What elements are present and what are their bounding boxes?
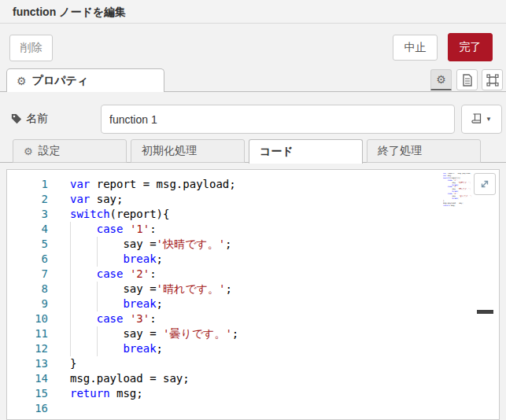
editor-tab-label: 初期化処理 — [142, 144, 197, 158]
code-line[interactable]: 11 say = '曇りです。'; — [7, 326, 499, 341]
name-input[interactable] — [101, 105, 455, 134]
code-line[interactable]: 6 break; — [7, 252, 499, 267]
code-line[interactable]: 15return msg; — [7, 386, 499, 401]
line-number: 6 — [7, 252, 48, 267]
line-number: 13 — [7, 356, 48, 371]
code-line[interactable]: 14msg.payload = say; — [7, 371, 499, 386]
document-icon — [462, 74, 473, 87]
code-text: break; — [70, 297, 163, 311]
code-text: say = '曇りです。'; — [70, 326, 238, 341]
code-line[interactable]: 4 case '1': — [7, 222, 499, 237]
code-line[interactable]: 3switch(report){ — [7, 207, 499, 222]
delete-button[interactable]: 削除 — [9, 35, 53, 61]
code-line[interactable]: 1var report = msg.payload; — [7, 177, 499, 192]
gear-icon: ⚙ — [17, 76, 27, 87]
tag-icon — [11, 113, 22, 124]
done-button[interactable]: 完了 — [448, 33, 493, 61]
line-number: 7 — [7, 267, 48, 282]
code-text: msg.payload = say; — [70, 371, 190, 386]
properties-tab-label: プロパティ — [32, 74, 89, 88]
code-line[interactable]: 13} — [7, 356, 499, 371]
code-text: var say; — [70, 192, 123, 207]
editor-tab-2[interactable]: 初期化処理 — [131, 139, 245, 163]
properties-edit-button[interactable]: ⚙ — [430, 69, 452, 90]
editor-tab-1[interactable]: ⚙設定 — [13, 139, 127, 163]
scrollbar-cursor-marker[interactable] — [477, 310, 493, 314]
code-line[interactable]: 10 case '3': — [7, 311, 499, 326]
code-line[interactable]: 5 say ='快晴です。'; — [7, 237, 499, 252]
editor-tab-4[interactable]: 終了処理 — [367, 139, 481, 163]
code-line[interactable]: 7 case '2': — [7, 267, 499, 282]
code-line[interactable]: 16 — [7, 401, 499, 416]
editor-minimap[interactable]: var report = msg.payload;var say;switch(… — [443, 173, 473, 212]
name-label-text: 名前 — [26, 112, 48, 126]
code-line[interactable]: 8 say ='晴れです。'; — [7, 282, 499, 297]
code-text: return msg; — [70, 386, 143, 401]
editor-tab-label: 設定 — [39, 144, 61, 158]
cancel-button[interactable]: 中止 — [393, 35, 438, 61]
code-line[interactable]: 17 — [7, 416, 499, 420]
line-number: 12 — [7, 341, 48, 356]
line-number: 15 — [7, 386, 48, 401]
line-number: 1 — [7, 177, 48, 192]
line-number: 10 — [7, 311, 48, 326]
line-number: 3 — [7, 207, 48, 222]
line-number: 5 — [7, 237, 48, 252]
code-lines: 1var report = msg.payload;2var say;3swit… — [7, 177, 499, 420]
book-icon — [471, 113, 482, 125]
code-line[interactable]: 2var say; — [7, 192, 499, 207]
name-label: 名前 — [11, 112, 48, 126]
line-number: 17 — [7, 416, 48, 420]
line-number: 2 — [7, 192, 48, 207]
dialog-header: function ノードを編集 — [0, 0, 506, 24]
code-text: case '3': — [70, 311, 157, 326]
tab-properties[interactable]: ⚙ プロパティ — [6, 68, 164, 92]
expand-editor-button[interactable] — [474, 173, 496, 195]
code-text: } — [70, 356, 76, 371]
code-text: switch(report){ — [70, 207, 169, 222]
code-editor[interactable]: 1var report = msg.payload;2var say;3swit… — [6, 169, 500, 420]
dialog-title: function ノードを編集 — [13, 0, 126, 24]
line-number: 16 — [7, 401, 48, 416]
editor-tab-label: コード — [260, 145, 294, 159]
editor-tab-3[interactable]: コード — [249, 139, 363, 164]
line-number: 4 — [7, 222, 48, 237]
code-text: say ='快晴です。'; — [70, 237, 232, 252]
code-text: case '2': — [70, 267, 157, 282]
edit-function-node-dialog: function ノードを編集 削除 中止 完了 ⚙ プロパティ ⚙ — [0, 0, 506, 420]
name-row: 名前 ▼ — [0, 101, 506, 137]
gear-icon: ⚙ — [436, 74, 446, 85]
chevron-down-icon: ▼ — [486, 116, 492, 123]
line-number: 8 — [7, 282, 48, 297]
appearance-button[interactable] — [482, 69, 503, 90]
code-line[interactable]: 9 break; — [7, 297, 499, 311]
line-number: 14 — [7, 371, 48, 386]
code-text: break; — [70, 341, 163, 356]
description-button[interactable] — [456, 69, 478, 90]
editor-tab-label: 終了処理 — [378, 144, 422, 158]
code-text: case '1': — [70, 222, 157, 237]
code-text: break; — [70, 252, 163, 267]
library-dropdown-button[interactable]: ▼ — [461, 105, 502, 134]
code-text: say ='晴れです。'; — [70, 282, 232, 297]
appearance-icon — [486, 74, 499, 87]
code-line[interactable]: 12 break; — [7, 341, 499, 356]
line-number: 11 — [7, 326, 48, 341]
gear-icon: ⚙ — [24, 146, 33, 157]
code-text: var report = msg.payload; — [70, 177, 236, 192]
line-number: 9 — [7, 297, 48, 311]
expand-icon — [479, 179, 490, 190]
